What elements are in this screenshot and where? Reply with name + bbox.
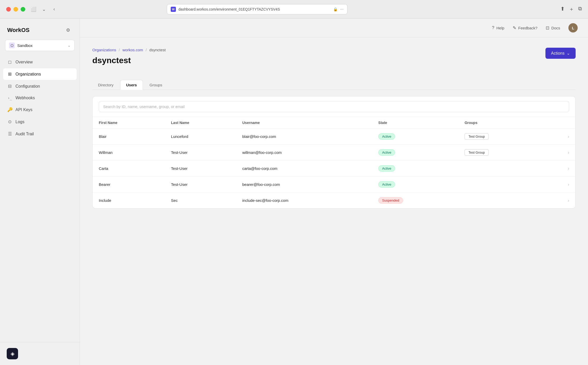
sidebar-header: WorkOS ⚙ — [0, 19, 80, 40]
close-button[interactable] — [6, 7, 11, 12]
breadcrumb-sep-1: / — [119, 48, 120, 52]
sidebar-item-organizations-label: Organizations — [15, 72, 41, 77]
cell-groups: Test Group — [458, 129, 543, 145]
actions-button[interactable]: Actions ⌄ — [545, 48, 576, 59]
help-icon: ? — [492, 25, 494, 30]
row-chevron-icon: › — [543, 145, 575, 161]
browser-toolbar: ⬆ ＋ ⧉ — [560, 6, 582, 13]
col-last-name: Last Name — [165, 117, 236, 129]
sidebar-item-organizations[interactable]: ⊞ Organizations — [3, 68, 77, 80]
new-tab-icon[interactable]: ＋ — [569, 6, 574, 13]
search-bar — [93, 96, 575, 117]
tabs: Directory Users Groups — [92, 80, 576, 90]
cell-state: Suspended — [372, 193, 459, 209]
back-button[interactable]: ‹ — [50, 5, 58, 13]
user-avatar[interactable]: L — [568, 23, 578, 32]
cell-last-name: Lunceford — [165, 129, 236, 145]
workos-logo: ◈ — [6, 347, 19, 360]
cell-last-name: Test-User — [165, 177, 236, 193]
tab-directory[interactable]: Directory — [92, 80, 119, 90]
sidebar-item-logs[interactable]: ⊙ Logs — [3, 116, 77, 128]
maximize-button[interactable] — [21, 7, 25, 12]
minimize-button[interactable] — [13, 7, 18, 12]
table-row[interactable]: Bearer Test-User bearer@foo-corp.com Act… — [93, 177, 575, 193]
breadcrumb: Organizations / workos.com / dsynctest — [92, 48, 166, 52]
breadcrumb-organizations[interactable]: Organizations — [92, 48, 116, 52]
app-window: WorkOS ⚙ ⬡ Sandbox ⌄ ◻ Overview ⊞ Organi… — [0, 19, 588, 365]
sidebar-item-audit-trail[interactable]: ☰ Audit Trail — [3, 128, 77, 140]
feedback-button[interactable]: ✎ Feedback? — [513, 25, 537, 31]
breadcrumb-domain[interactable]: workos.com — [123, 48, 143, 52]
page-header-left: Organizations / workos.com / dsynctest d… — [92, 48, 166, 72]
more-button[interactable]: ··· — [340, 7, 344, 12]
api-keys-icon: 🔑 — [7, 107, 12, 112]
cell-username: blair@foo-corp.com — [236, 129, 372, 145]
sandbox-icon: ⬡ — [9, 43, 15, 48]
traffic-lights — [6, 7, 25, 12]
sidebar-item-logs-label: Logs — [15, 120, 25, 124]
tab-users[interactable]: Users — [120, 80, 143, 90]
sidebar-item-webhooks-label: Webhooks — [15, 96, 35, 100]
row-chevron-icon: › — [543, 177, 575, 193]
windows-icon[interactable]: ⧉ — [578, 6, 582, 13]
app-title: WorkOS — [7, 27, 29, 34]
configuration-icon: ⊟ — [7, 84, 12, 89]
browser-controls: ⬜ ⌄ ‹ — [29, 5, 58, 13]
audit-trail-icon: ☰ — [7, 131, 12, 137]
cell-groups — [458, 193, 543, 209]
sandbox-selector[interactable]: ⬡ Sandbox ⌄ — [5, 40, 75, 51]
sidebar-item-api-keys[interactable]: 🔑 API Keys — [3, 104, 77, 115]
logs-icon: ⊙ — [7, 119, 12, 125]
main-content: ? Help ✎ Feedback? ⊡ Docs L Organization… — [80, 19, 588, 365]
address-bar[interactable]: W dashboard.workos.com/environment_01EQ1… — [167, 4, 347, 14]
share-icon[interactable]: ⬆ — [560, 6, 565, 13]
table-row[interactable]: Willman Test-User willman@foo-corp.com A… — [93, 145, 575, 161]
cell-username: include-sec@foo-corp.com — [236, 193, 372, 209]
sidebar-footer: ◈ — [0, 342, 80, 365]
feedback-label: Feedback? — [518, 26, 537, 30]
status-badge: Active — [378, 165, 395, 172]
top-bar: ? Help ✎ Feedback? ⊡ Docs L — [80, 19, 588, 37]
cell-first-name: Willman — [93, 145, 165, 161]
lock-icon: 🔒 — [333, 7, 338, 11]
row-chevron-icon: › — [543, 129, 575, 145]
breadcrumb-sep-2: / — [146, 48, 147, 52]
table-row[interactable]: Blair Lunceford blair@foo-corp.com Activ… — [93, 129, 575, 145]
group-badge: Test Group — [464, 149, 489, 156]
row-chevron-icon: › — [543, 161, 575, 177]
chevron-down-icon: ⌄ — [68, 43, 71, 47]
favicon-icon: W — [171, 7, 176, 12]
sidebar-item-overview[interactable]: ◻ Overview — [3, 56, 77, 68]
sidebar: WorkOS ⚙ ⬡ Sandbox ⌄ ◻ Overview ⊞ Organi… — [0, 19, 80, 365]
page-title: dsynctest — [92, 56, 166, 65]
col-username: Username — [236, 117, 372, 129]
breadcrumb-current: dsynctest — [149, 48, 166, 52]
tab-groups[interactable]: Groups — [144, 80, 168, 90]
cell-state: Active — [372, 129, 459, 145]
table-body: Blair Lunceford blair@foo-corp.com Activ… — [93, 129, 575, 209]
status-badge: Active — [378, 133, 395, 140]
table-row[interactable]: Carta Test-User carta@foo-corp.com Activ… — [93, 161, 575, 177]
status-badge: Suspended — [378, 197, 403, 204]
docs-button[interactable]: ⊡ Docs — [546, 25, 560, 31]
cell-last-name: Test-User — [165, 161, 236, 177]
sandbox-label: Sandbox — [17, 43, 65, 48]
settings-button[interactable]: ⚙ — [64, 26, 72, 35]
search-input[interactable] — [99, 101, 569, 112]
cell-last-name: Test-User — [165, 145, 236, 161]
help-button[interactable]: ? Help — [492, 25, 504, 30]
status-badge: Active — [378, 149, 395, 156]
cell-state: Active — [372, 177, 459, 193]
table-header: First Name Last Name Username State Grou… — [93, 117, 575, 129]
actions-label: Actions — [551, 51, 565, 56]
sidebar-toggle-button[interactable]: ⬜ — [29, 5, 38, 13]
page-header: Organizations / workos.com / dsynctest d… — [92, 48, 576, 72]
sidebar-item-configuration[interactable]: ⊟ Configuration — [3, 80, 77, 92]
logo-shape-icon: ◈ — [7, 348, 18, 359]
sidebar-item-webhooks[interactable]: ›_ Webhooks — [3, 93, 77, 103]
col-state: State — [372, 117, 459, 129]
table-row[interactable]: Include Sec include-sec@foo-corp.com Sus… — [93, 193, 575, 209]
cell-first-name: Carta — [93, 161, 165, 177]
feedback-icon: ✎ — [513, 25, 516, 31]
group-badge: Test Group — [464, 133, 489, 140]
